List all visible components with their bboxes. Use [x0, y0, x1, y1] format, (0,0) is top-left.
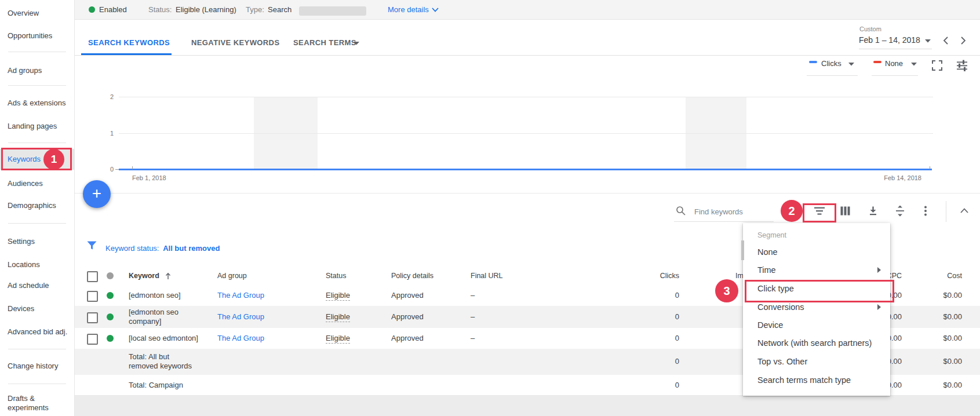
- campaign-status-bar: Enabled Status: Eligible (Learning) Type…: [74, 0, 980, 20]
- menu-item-network[interactable]: Network (with search partners): [757, 337, 872, 349]
- final-url-cell: –: [471, 334, 475, 342]
- sidebar-divider: [8, 143, 66, 143]
- add-keyword-button[interactable]: +: [83, 180, 111, 208]
- daterange-underline: [859, 49, 932, 49]
- download-icon[interactable]: [868, 206, 880, 217]
- keyword-cell: [edmonton seo company]: [129, 308, 198, 326]
- more-details-link[interactable]: More details: [388, 5, 429, 14]
- columns-icon[interactable]: [840, 206, 852, 217]
- column-header-clicks[interactable]: Clicks: [660, 272, 679, 280]
- row-checkbox[interactable]: [87, 291, 98, 302]
- sidebar-item-ads-extensions[interactable]: Ads & extensions: [8, 98, 65, 108]
- expand-rows-icon[interactable]: [895, 205, 906, 217]
- status-cell[interactable]: Eligible: [326, 334, 350, 344]
- menu-item-time[interactable]: Time: [757, 264, 776, 276]
- ad-group-link[interactable]: The Ad Group: [217, 312, 264, 321]
- menu-item-none[interactable]: None: [757, 246, 778, 258]
- filter-chip[interactable]: Keyword status: All but removed: [105, 244, 220, 253]
- sidebar: Overview Opportunities Ad groups Ads & e…: [0, 0, 75, 416]
- clicks-cell: 0: [675, 381, 679, 389]
- tab-negative-keywords[interactable]: NEGATIVE KEYWORDS: [191, 38, 279, 47]
- enabled-status-icon: [107, 313, 114, 320]
- caret-down-icon[interactable]: [911, 63, 917, 66]
- sidebar-item-demographics[interactable]: Demographics: [8, 201, 56, 210]
- segment-icon[interactable]: [814, 206, 825, 217]
- status-dot-header-icon[interactable]: [107, 272, 114, 279]
- sidebar-divider: [8, 223, 66, 224]
- menu-item-top-vs-other[interactable]: Top vs. Other: [757, 356, 807, 367]
- sort-ascending-icon: [165, 272, 172, 280]
- daterange-prev-icon[interactable]: [942, 36, 953, 48]
- sidebar-item-ad-schedule[interactable]: Ad schedule: [8, 281, 49, 290]
- enabled-label[interactable]: Enabled: [99, 5, 127, 14]
- column-header-policy-details[interactable]: Policy details: [391, 272, 433, 280]
- tab-search-keywords[interactable]: SEARCH KEYWORDS: [88, 38, 170, 47]
- final-url-cell: –: [471, 291, 475, 300]
- chart-settings-icon[interactable]: [956, 60, 968, 71]
- search-input[interactable]: [693, 205, 771, 218]
- search-underline: [674, 221, 774, 222]
- chevron-down-icon[interactable]: [432, 7, 439, 13]
- ad-group-link[interactable]: The Ad Group: [217, 291, 264, 300]
- tab-search-terms[interactable]: SEARCH TERMS: [293, 38, 356, 47]
- menu-item-device[interactable]: Device: [757, 319, 783, 331]
- toolbar-divider: [946, 201, 946, 222]
- sidebar-item-ad-groups[interactable]: Ad groups: [8, 66, 42, 75]
- column-header-keyword[interactable]: Keyword: [129, 272, 159, 280]
- column-header-ad-group[interactable]: Ad group: [217, 272, 247, 280]
- status-cell[interactable]: Eligible: [326, 312, 350, 322]
- caret-down-icon[interactable]: [848, 63, 854, 66]
- sidebar-item-change-history[interactable]: Change history: [8, 362, 58, 371]
- annotation-badge-step1: 1: [43, 149, 64, 170]
- sidebar-item-audiences[interactable]: Audiences: [8, 179, 43, 188]
- status-cell[interactable]: Eligible: [326, 291, 350, 301]
- performance-chart: Clicks None 2 1 0 Feb 1, 2018 Feb 14, 20…: [74, 55, 980, 193]
- row-checkbox[interactable]: [87, 312, 98, 323]
- sidebar-item-devices[interactable]: Devices: [8, 304, 34, 313]
- clicks-cell: 0: [675, 291, 679, 300]
- clicks-cell: 0: [675, 357, 679, 366]
- clicks-series-swatch: [809, 61, 817, 63]
- y-tick-0: 0: [104, 166, 114, 173]
- final-url-cell: –: [471, 312, 475, 321]
- sidebar-item-landing-pages[interactable]: Landing pages: [8, 122, 57, 131]
- select-all-checkbox[interactable]: [87, 271, 98, 282]
- sidebar-divider: [8, 349, 66, 349]
- redacted-campaign-name: [299, 6, 366, 16]
- sidebar-item-opportunities[interactable]: Opportunities: [8, 31, 52, 41]
- caret-down-icon[interactable]: [925, 39, 931, 43]
- sidebar-item-locations[interactable]: Locations: [8, 260, 40, 269]
- sidebar-item-drafts-experiments[interactable]: Drafts & experiments: [8, 394, 61, 413]
- active-tab-underline: [81, 53, 172, 55]
- more-options-icon[interactable]: [924, 206, 935, 217]
- metric-1-underline: [807, 75, 858, 76]
- segment-menu-section-label: Segment: [757, 231, 786, 239]
- row-checkbox[interactable]: [87, 334, 98, 345]
- menu-scrollbar[interactable]: [741, 240, 744, 260]
- caret-down-icon[interactable]: [354, 42, 359, 45]
- menu-item-click-type[interactable]: Click type: [757, 283, 794, 294]
- cost-cell: $0.00: [943, 357, 962, 366]
- google-ads-keywords-page: Overview Opportunities Ad groups Ads & e…: [0, 0, 980, 416]
- daterange-value[interactable]: Feb 1 – 14, 2018: [859, 35, 920, 45]
- x-axis-tick-end: [930, 166, 930, 169]
- menu-item-conversions[interactable]: Conversions: [757, 301, 804, 313]
- column-header-status[interactable]: Status: [326, 272, 346, 280]
- metric-2-underline: [872, 75, 918, 76]
- column-header-cost[interactable]: Cost: [947, 272, 962, 280]
- cost-cell: $0.00: [943, 291, 962, 300]
- ad-group-link[interactable]: The Ad Group: [217, 334, 264, 342]
- chart-metric-1-selector[interactable]: Clicks: [821, 59, 841, 73]
- sidebar-item-overview[interactable]: Overview: [8, 9, 39, 18]
- sidebar-item-keywords[interactable]: Keywords: [8, 155, 41, 164]
- submenu-arrow-icon: [877, 267, 881, 273]
- menu-item-search-terms-match-type[interactable]: Search terms match type: [757, 374, 851, 386]
- type-label: Type:: [246, 5, 264, 14]
- collapse-table-icon[interactable]: [960, 207, 971, 218]
- column-header-final-url[interactable]: Final URL: [471, 272, 503, 280]
- daterange-next-icon[interactable]: [959, 36, 971, 48]
- fullscreen-icon[interactable]: [932, 60, 943, 72]
- sidebar-item-advanced-bid-adj[interactable]: Advanced bid adj.: [8, 327, 67, 337]
- chart-metric-2-selector[interactable]: None: [885, 59, 903, 73]
- sidebar-item-settings[interactable]: Settings: [8, 237, 35, 246]
